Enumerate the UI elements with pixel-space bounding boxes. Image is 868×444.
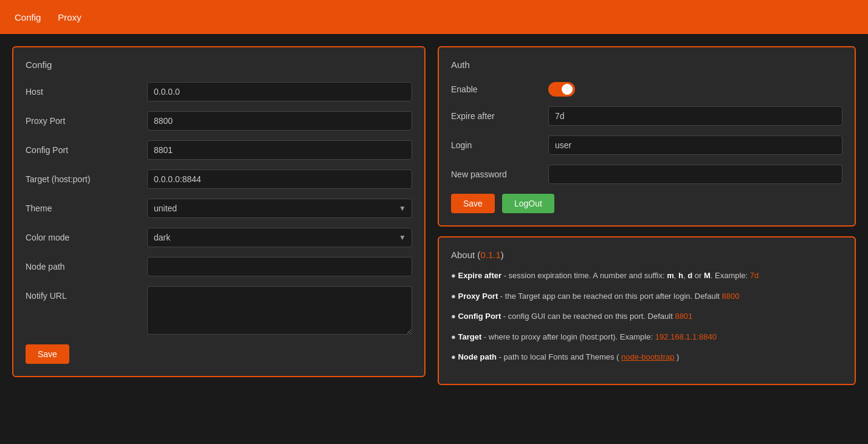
expire-after-input[interactable] bbox=[548, 106, 842, 126]
about-target-text: - where to proxy after login (host:port)… bbox=[484, 332, 655, 341]
enable-label: Enable bbox=[451, 84, 536, 94]
nav-config[interactable]: Config bbox=[12, 7, 43, 27]
about-card: About (0.1.1) Expire after - session exp… bbox=[438, 236, 856, 385]
config-title: Config bbox=[26, 60, 412, 70]
login-label: Login bbox=[451, 140, 536, 150]
config-card: Config Host Proxy Port Config Port Targe… bbox=[12, 46, 425, 377]
color-mode-row: Color mode darklight ▼ bbox=[26, 228, 412, 247]
main-content: Config Host Proxy Port Config Port Targe… bbox=[0, 34, 868, 397]
node-path-label: Node path bbox=[26, 257, 135, 272]
about-item-expire: Expire after - session expiration time. … bbox=[451, 270, 842, 282]
auth-card: Auth Enable Expire after Login bbox=[438, 46, 856, 227]
about-proxy-port-default: 8800 bbox=[722, 292, 740, 301]
theme-row: Theme unitedbootstrapceruleancosmocyborg… bbox=[26, 199, 412, 218]
about-target-bold: Target bbox=[458, 332, 481, 341]
proxy-port-row: Proxy Port bbox=[26, 111, 412, 131]
config-save-button[interactable]: Save bbox=[26, 344, 69, 364]
config-save-row: Save bbox=[26, 344, 412, 364]
expire-after-label: Expire after bbox=[451, 111, 536, 121]
about-config-port-bold: Config Port bbox=[458, 312, 501, 321]
target-input[interactable] bbox=[147, 169, 412, 189]
nav-proxy[interactable]: Proxy bbox=[55, 7, 83, 27]
about-proxy-port-bold: Proxy Port bbox=[458, 292, 498, 301]
proxy-port-label: Proxy Port bbox=[26, 111, 135, 126]
about-node-path-text: - path to local Fonts and Themes ( bbox=[499, 352, 619, 361]
theme-select[interactable]: unitedbootstrapceruleancosmocyborgdarkly… bbox=[147, 199, 412, 218]
color-mode-label: Color mode bbox=[26, 228, 135, 242]
node-path-input[interactable] bbox=[147, 257, 412, 276]
about-item-target: Target - where to proxy after login (hos… bbox=[451, 331, 842, 343]
login-input[interactable] bbox=[548, 135, 842, 155]
color-mode-select-wrapper: darklight ▼ bbox=[147, 228, 412, 247]
toggle-slider bbox=[548, 82, 575, 97]
node-bootstrap-link[interactable]: node-bootstrap bbox=[621, 352, 674, 361]
right-panel: Auth Enable Expire after Login bbox=[438, 46, 856, 385]
config-port-input[interactable] bbox=[147, 140, 412, 160]
config-port-row: Config Port bbox=[26, 140, 412, 160]
enable-toggle[interactable] bbox=[548, 82, 575, 97]
notify-url-row: Notify URL bbox=[26, 286, 412, 335]
notify-url-input[interactable] bbox=[147, 286, 412, 335]
about-expire-example: 7d bbox=[750, 271, 759, 280]
proxy-port-input[interactable] bbox=[147, 111, 412, 131]
theme-label: Theme bbox=[26, 199, 135, 213]
about-config-port-text: - config GUI can be reached on this port… bbox=[503, 312, 675, 321]
color-mode-select[interactable]: darklight bbox=[147, 228, 412, 247]
login-row: Login bbox=[451, 135, 842, 155]
about-proxy-port-text: - the Target app can be reached on this … bbox=[500, 292, 722, 301]
target-row: Target (host:port) bbox=[26, 169, 412, 189]
about-version: 0.1.1 bbox=[480, 250, 500, 260]
about-node-path-end: ) bbox=[677, 352, 679, 361]
host-input[interactable] bbox=[147, 82, 412, 101]
auth-buttons: Save LogOut bbox=[451, 194, 842, 213]
new-password-input[interactable] bbox=[548, 165, 842, 184]
node-path-row: Node path bbox=[26, 257, 412, 276]
about-expire-text: - session expiration time. A number and … bbox=[504, 271, 750, 280]
about-target-example: 192.168.1.1:8840 bbox=[655, 332, 717, 341]
config-port-label: Config Port bbox=[26, 140, 135, 155]
about-item-node-path: Node path - path to local Fonts and Them… bbox=[451, 351, 842, 363]
about-item-config-port: Config Port - config GUI can be reached … bbox=[451, 310, 842, 323]
host-row: Host bbox=[26, 82, 412, 101]
about-expire-bold: Expire after bbox=[458, 271, 501, 280]
enable-row: Enable bbox=[451, 82, 842, 97]
host-label: Host bbox=[26, 82, 135, 97]
new-password-label: New password bbox=[451, 169, 536, 179]
navbar: Config Proxy bbox=[0, 0, 868, 34]
auth-title: Auth bbox=[451, 60, 842, 70]
about-item-proxy-port: Proxy Port - the Target app can be reach… bbox=[451, 290, 842, 302]
theme-select-wrapper: unitedbootstrapceruleancosmocyborgdarkly… bbox=[147, 199, 412, 218]
target-label: Target (host:port) bbox=[26, 169, 135, 184]
about-node-path-bold: Node path bbox=[458, 352, 497, 361]
auth-logout-button[interactable]: LogOut bbox=[502, 194, 554, 213]
notify-url-label: Notify URL bbox=[26, 286, 135, 301]
new-password-row: New password bbox=[451, 165, 842, 184]
expire-after-row: Expire after bbox=[451, 106, 842, 126]
about-title: About (0.1.1) bbox=[451, 250, 842, 260]
auth-save-button[interactable]: Save bbox=[451, 194, 495, 213]
about-config-port-default: 8801 bbox=[675, 312, 692, 321]
